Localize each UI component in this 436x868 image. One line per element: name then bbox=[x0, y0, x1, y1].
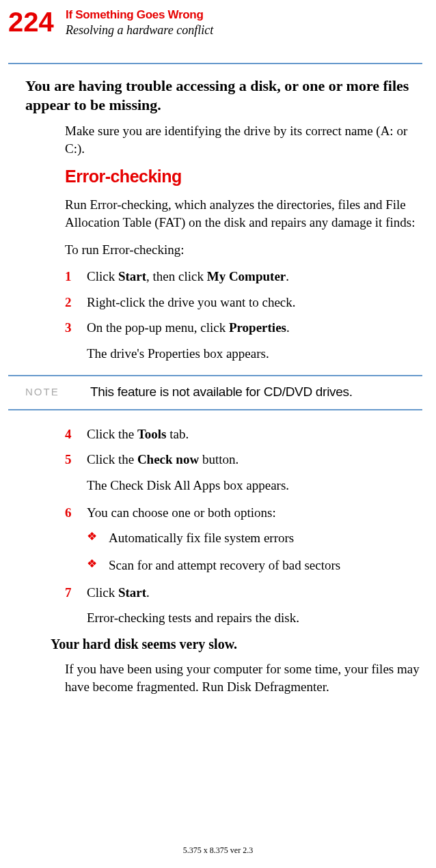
text-part: Click bbox=[87, 585, 118, 600]
chapter-title: If Something Goes Wrong bbox=[66, 8, 213, 22]
bold-part: Start bbox=[118, 269, 146, 283]
bullet-icon: ❖ bbox=[87, 529, 109, 547]
to-run-label: To run Error-checking: bbox=[65, 241, 422, 259]
step-text: Right-click the drive you want to check. bbox=[87, 294, 296, 311]
bold-part: Properties bbox=[229, 320, 286, 335]
step-text: You can choose one or both options: bbox=[87, 504, 276, 522]
page-number: 224 bbox=[8, 7, 54, 38]
slow-body: If you have been using your computer for… bbox=[65, 660, 422, 695]
step-5: 5 Click the Check now button. bbox=[65, 451, 422, 468]
bullet-text: Automatically fix file system errors bbox=[109, 529, 294, 547]
main-content: You are having trouble accessing a disk,… bbox=[25, 76, 422, 705]
step-number: 5 bbox=[65, 451, 87, 468]
note-rule-bottom bbox=[8, 409, 422, 410]
step-3: 3 On the pop-up menu, click Properties. bbox=[65, 319, 422, 337]
footer-version: 5.375 x 8.375 ver 2.3 bbox=[183, 845, 253, 856]
text-part: On the pop-up menu, click bbox=[87, 320, 229, 335]
slow-heading: Your hard disk seems very slow. bbox=[51, 636, 422, 652]
step-number: 6 bbox=[65, 504, 87, 522]
step-text: On the pop-up menu, click Properties. bbox=[87, 319, 290, 337]
bullet-text: Scan for and attempt recovery of bad sec… bbox=[109, 557, 340, 574]
step-text: Click Start. bbox=[87, 584, 150, 602]
text-part: . bbox=[286, 269, 289, 283]
step-number: 2 bbox=[65, 294, 87, 311]
step-7: 7 Click Start. bbox=[65, 584, 422, 602]
section-subtitle: Resolving a hardware conflict bbox=[66, 23, 213, 38]
note-label: NOTE bbox=[25, 384, 90, 400]
step-5-result: The Check Disk All Apps box appears. bbox=[87, 477, 422, 494]
step-2: 2 Right-click the drive you want to chec… bbox=[65, 294, 422, 311]
bullet-2: ❖ Scan for and attempt recovery of bad s… bbox=[87, 557, 422, 574]
step-1: 1 Click Start, then click My Computer. bbox=[65, 268, 422, 285]
step-number: 7 bbox=[65, 584, 87, 602]
step-text: Click the Check now button. bbox=[87, 451, 239, 468]
note-text: This feature is not available for CD/DVD… bbox=[90, 384, 353, 400]
body-trouble: Make sure you are identifying the drive … bbox=[65, 122, 422, 157]
bold-part: Start bbox=[118, 585, 146, 600]
bold-part: Tools bbox=[137, 427, 167, 441]
step-number: 4 bbox=[65, 425, 87, 443]
divider-top bbox=[8, 63, 422, 64]
step-text: Click the Tools tab. bbox=[87, 425, 189, 443]
text-part: Click the bbox=[87, 427, 137, 441]
step-7-result: Error-checking tests and repairs the dis… bbox=[87, 609, 422, 627]
header-titles: If Something Goes Wrong Resolving a hard… bbox=[66, 8, 213, 38]
note-content: NOTE This feature is not available for C… bbox=[25, 376, 422, 409]
step-number: 3 bbox=[65, 319, 87, 337]
step-text: Click Start, then click My Computer. bbox=[87, 268, 289, 285]
error-checking-heading: Error-checking bbox=[65, 167, 422, 186]
text-part: Click bbox=[87, 269, 118, 283]
text-part: button. bbox=[199, 452, 239, 466]
heading-trouble: You are having trouble accessing a disk,… bbox=[25, 76, 422, 114]
bullet-1: ❖ Automatically fix file system errors bbox=[87, 529, 422, 547]
text-part: tab. bbox=[167, 427, 189, 441]
text-part: , then click bbox=[146, 269, 207, 283]
text-part: . bbox=[286, 320, 290, 335]
error-checking-intro: Run Error-checking, which analyzes the d… bbox=[65, 196, 422, 231]
text-part: . bbox=[146, 585, 150, 600]
step-number: 1 bbox=[65, 268, 87, 285]
text-part: Click the bbox=[87, 452, 137, 466]
step-4: 4 Click the Tools tab. bbox=[65, 425, 422, 443]
bold-part: My Computer bbox=[207, 269, 286, 283]
bold-part: Check now bbox=[137, 452, 199, 466]
bullet-icon: ❖ bbox=[87, 557, 109, 574]
step-6: 6 You can choose one or both options: bbox=[65, 504, 422, 522]
step-3-result: The drive's Properties box appears. bbox=[87, 345, 422, 363]
note-block: NOTE This feature is not available for C… bbox=[25, 375, 422, 410]
